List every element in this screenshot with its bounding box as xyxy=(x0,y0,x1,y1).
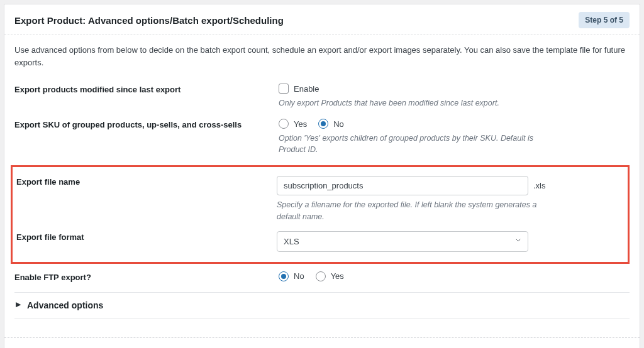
ftp-radio-no[interactable] xyxy=(279,271,289,281)
file-extension: .xls xyxy=(533,181,546,190)
panel-body: Use advanced options from below to decid… xyxy=(4,35,640,321)
ftp-radio-yes[interactable] xyxy=(316,271,326,281)
row-modified-since: Export products modified since last expo… xyxy=(14,84,630,109)
file-format-value[interactable]: XLS xyxy=(277,231,528,252)
help-sku-grouped: Option 'Yes' exports children of grouped… xyxy=(279,133,543,155)
row-file-name: Export file name .xls Specify a filename… xyxy=(15,176,616,222)
label-file-format: Export file format xyxy=(15,231,277,242)
ftp-radio-group: No Yes xyxy=(279,271,630,281)
enable-modified-checkbox-wrap[interactable]: Enable xyxy=(279,84,630,94)
panel-header: Export Product: Advanced options/Batch e… xyxy=(4,4,640,35)
label-modified-since: Export products modified since last expo… xyxy=(14,84,279,94)
page-title: Export Product: Advanced options/Batch e… xyxy=(14,15,284,26)
sku-yes-option[interactable]: Yes xyxy=(279,119,307,129)
help-file-name: Specify a filename for the exported file… xyxy=(277,199,541,222)
sku-grouped-radio-group: Yes No xyxy=(279,119,630,129)
advanced-options-label: Advanced options xyxy=(27,300,103,310)
caret-right-icon: ▶ xyxy=(16,300,21,308)
sku-no-option[interactable]: No xyxy=(318,119,344,129)
ftp-no-label: No xyxy=(294,271,304,281)
advanced-options-toggle[interactable]: ▶ Advanced options xyxy=(14,292,630,318)
label-ftp: Enable FTP export? xyxy=(14,271,279,282)
sku-radio-yes[interactable] xyxy=(279,119,289,129)
sku-radio-no[interactable] xyxy=(318,119,328,129)
row-ftp-export: Enable FTP export? No Yes xyxy=(14,271,630,282)
label-sku-grouped: Export SKU of grouped products, up-sells… xyxy=(14,119,279,129)
panel-footer: Back Save template Export xyxy=(4,337,640,348)
help-modified-since: Only export Products that have been modi… xyxy=(279,97,543,109)
export-advanced-panel: Export Product: Advanced options/Batch e… xyxy=(4,4,640,348)
intro-text: Use advanced options from below to decid… xyxy=(14,44,630,68)
enable-modified-label: Enable xyxy=(294,84,319,94)
row-sku-grouped: Export SKU of grouped products, up-sells… xyxy=(14,119,630,155)
row-file-format: Export file format XLS xyxy=(15,231,616,252)
export-file-name-input[interactable] xyxy=(277,176,528,195)
file-format-select[interactable]: XLS xyxy=(277,231,528,252)
ftp-yes-option[interactable]: Yes xyxy=(316,271,344,281)
highlighted-file-settings: Export file name .xls Specify a filename… xyxy=(11,165,630,263)
ftp-no-option[interactable]: No xyxy=(279,271,304,281)
step-indicator: Step 5 of 5 xyxy=(579,12,630,28)
sku-yes-label: Yes xyxy=(294,119,307,129)
label-file-name: Export file name xyxy=(15,176,277,187)
ftp-yes-label: Yes xyxy=(331,271,344,281)
enable-modified-checkbox[interactable] xyxy=(279,84,289,94)
sku-no-label: No xyxy=(333,119,344,129)
